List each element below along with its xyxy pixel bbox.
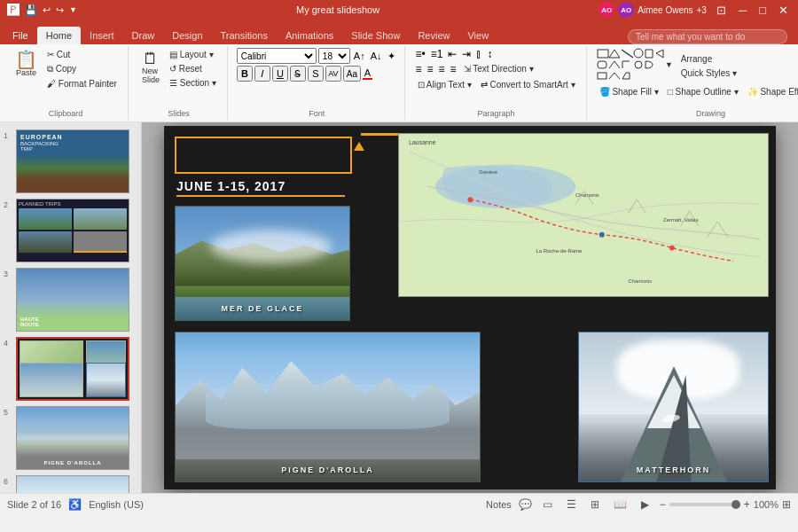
slide-info: Slide 2 of 16 — [7, 499, 61, 510]
paste-button[interactable]: 📋 Paste — [11, 48, 42, 80]
maximize-button[interactable]: □ — [756, 4, 769, 17]
quick-styles-button[interactable]: Quick Styles ▾ — [677, 66, 740, 80]
shape-fill-button[interactable]: 🪣 Shape Fill ▾ — [596, 85, 662, 98]
format-painter-button[interactable]: 🖌 Format Painter — [43, 77, 121, 90]
slide-thumb-6[interactable]: 6 MATTERHORN — [4, 475, 137, 493]
ribbon-display-icon[interactable]: ⊡ — [714, 4, 729, 17]
section-button[interactable]: ☰ Section ▾ — [166, 76, 220, 90]
convert-smartart-button[interactable]: ⇄ Convert to SmartArt ▾ — [477, 78, 579, 91]
undo-icon[interactable]: ↩ — [43, 4, 51, 16]
columns-button[interactable]: ⫿ — [474, 48, 483, 60]
clipboard-group: 📋 Paste ✂ Cut ⧉ Copy 🖌 Format Painter Cl… — [4, 46, 129, 120]
accessibility-icon[interactable]: ♿ — [68, 498, 82, 511]
bold-button[interactable]: B — [237, 66, 253, 82]
font-size-select[interactable]: 18 — [318, 48, 350, 64]
slide-thumb-3[interactable]: 3 HAUTEROUTE — [4, 268, 137, 332]
tab-animations[interactable]: Animations — [277, 27, 342, 44]
line-spacing-button[interactable]: ↕ — [485, 48, 494, 60]
user-area: AO AO Aimee Owens +3 — [598, 2, 707, 18]
decrease-indent-button[interactable]: ⇤ — [446, 48, 458, 60]
slide-thumb-1[interactable]: 1 EUROPEAN BACKPACKING TRIP — [4, 129, 137, 193]
tab-draw[interactable]: Draw — [123, 27, 164, 44]
status-right: Notes 💬 ▭ ☰ ⊞ 📖 ▶ − + 100% ⊞ — [486, 497, 791, 512]
svg-marker-1 — [609, 50, 620, 58]
save-icon[interactable]: 💾 — [25, 4, 37, 16]
tab-review[interactable]: Review — [409, 27, 458, 44]
font-name-select[interactable]: Calibri — [237, 48, 317, 64]
decrease-font-button[interactable]: A↓ — [369, 51, 384, 61]
shadow-button[interactable]: S — [308, 66, 324, 82]
corner-marker — [354, 133, 364, 151]
tab-slideshow[interactable]: Slide Show — [342, 27, 409, 44]
normal-view-button[interactable]: ▭ — [539, 497, 556, 512]
redo-icon[interactable]: ↪ — [56, 4, 64, 16]
layout-button[interactable]: ▤ Layout ▾ — [166, 48, 220, 61]
arrange-button[interactable]: Arrange — [677, 52, 740, 66]
shape-outline-button[interactable]: □ Shape Outline ▾ — [664, 85, 742, 98]
zoom-slider[interactable] — [669, 503, 740, 506]
avatar-1: AO — [598, 2, 614, 18]
reset-button[interactable]: ↺ Reset — [166, 62, 220, 75]
tab-design[interactable]: Design — [163, 27, 211, 44]
slide-panel: 1 EUROPEAN BACKPACKING TRIP 2 PLANNED TR… — [0, 122, 142, 493]
shape-effects-button[interactable]: ✨ Shape Effects ▾ — [744, 85, 798, 98]
status-left: Slide 2 of 16 ♿ English (US) — [7, 498, 144, 511]
matterhorn-label: MATTERHORN — [579, 466, 768, 474]
justify-button[interactable]: ≡ — [449, 63, 458, 75]
close-button[interactable]: ✕ — [776, 4, 791, 17]
tab-home[interactable]: Home — [37, 27, 81, 44]
tab-file[interactable]: File — [4, 27, 37, 44]
slide-thumb-5[interactable]: 5 PIGNE D'AROLLA — [4, 406, 137, 470]
user-name: Aimee Owens — [638, 5, 692, 15]
svg-rect-0 — [598, 50, 608, 58]
outline-view-button[interactable]: ☰ — [563, 497, 580, 512]
tab-view[interactable]: View — [458, 27, 497, 44]
charspacing-button[interactable]: AV — [325, 66, 341, 82]
new-slide-button[interactable]: 🗒 NewSlide — [137, 48, 164, 87]
slide-photo-matterhorn: MATTERHORN — [578, 332, 769, 482]
underline-button[interactable]: U — [272, 66, 288, 82]
zoom-level: 100% — [754, 499, 778, 510]
svg-marker-4 — [645, 50, 653, 58]
zoom-out-button[interactable]: − — [660, 498, 666, 511]
copy-button[interactable]: ⧉ Copy — [43, 62, 121, 76]
user-count: +3 — [697, 5, 707, 15]
fit-slide-button[interactable]: ⊞ — [782, 498, 791, 511]
align-text-button[interactable]: ⊡ Align Text ▾ — [414, 78, 475, 91]
increase-font-button[interactable]: A↑ — [352, 51, 367, 61]
strikethrough-button[interactable]: S̶ — [290, 66, 306, 82]
fontsize-label[interactable]: Aa — [343, 66, 361, 82]
italic-button[interactable]: I — [254, 66, 270, 82]
tab-transitions[interactable]: Transitions — [212, 27, 277, 44]
font-color-button[interactable]: A — [363, 67, 372, 80]
slide-thumb-4[interactable]: 4 — [4, 337, 137, 401]
main-slide: JUNE 1-15, 2017 — [164, 126, 776, 489]
drawing-group: ▼ Arrange Quick Styles ▾ 🪣 Shape Fill ▾ … — [589, 46, 798, 120]
slide-map: Lausanne Genève Chamonix Zermatt, Valais… — [398, 133, 769, 297]
align-left-button[interactable]: ≡ — [414, 63, 424, 75]
slide-thumb-2[interactable]: 2 PLANNED TRIPS — [4, 199, 137, 262]
clear-format-button[interactable]: ✦ — [386, 51, 397, 62]
search-input[interactable] — [628, 29, 787, 44]
zoom-in-button[interactable]: + — [744, 498, 750, 511]
bullets-button[interactable]: ≡• — [414, 48, 427, 60]
numbering-button[interactable]: ≡1 — [429, 48, 445, 60]
svg-point-6 — [635, 61, 642, 68]
reading-view-button[interactable]: 📖 — [610, 497, 630, 512]
avatar-2: AO — [618, 2, 634, 18]
language: English (US) — [89, 499, 144, 510]
text-direction-button[interactable]: ⇲ Text Direction ▾ — [460, 62, 537, 75]
customize-icon[interactable]: ▼ — [69, 5, 77, 14]
slide-sorter-button[interactable]: ⊞ — [587, 497, 603, 512]
minimize-button[interactable]: ─ — [736, 4, 749, 17]
tab-insert[interactable]: Insert — [81, 27, 123, 44]
align-right-button[interactable]: ≡ — [437, 63, 447, 75]
comments-icon[interactable]: 💬 — [519, 498, 532, 511]
slideshow-button[interactable]: ▶ — [638, 497, 653, 512]
cut-button[interactable]: ✂ Cut — [43, 48, 121, 61]
increase-indent-button[interactable]: ⇥ — [460, 48, 473, 60]
slide-title-box[interactable] — [175, 137, 352, 174]
align-center-button[interactable]: ≡ — [426, 63, 435, 75]
edit-area: JUNE 1-15, 2017 — [142, 122, 798, 493]
notes-button[interactable]: Notes — [486, 499, 512, 510]
